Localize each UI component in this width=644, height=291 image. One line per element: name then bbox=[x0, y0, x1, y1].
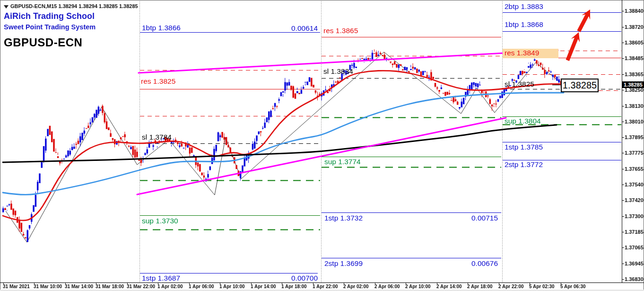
up-arrow-icon bbox=[563, 30, 583, 62]
symbol-watermark: GBPUSD-ECN bbox=[4, 36, 82, 49]
symbol-dropdown-triangle-icon[interactable] bbox=[4, 5, 9, 9]
watermark-school-title: AiRich Trading School bbox=[4, 11, 95, 21]
ohlc-info-line: GBPUSD-ECN,M15 1.38294 1.38294 1.38285 1… bbox=[10, 3, 138, 9]
watermark-system-subtitle: Sweet Point Trading System bbox=[4, 23, 96, 31]
buy-signal-arrows bbox=[0, 0, 644, 291]
up-arrow-icon bbox=[574, 7, 594, 33]
mt4-chart-window: GBPUSD-ECN,M15 1.38294 1.38294 1.38285 1… bbox=[0, 0, 644, 291]
